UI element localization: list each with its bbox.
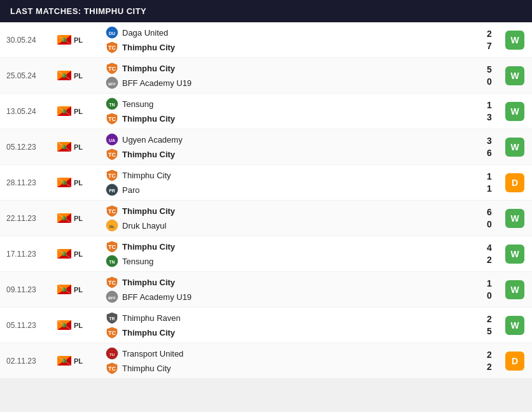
svg-text:🐉: 🐉	[62, 108, 67, 114]
match-date: 13.05.24	[6, 107, 57, 116]
away-team: TC Thimphu City	[106, 326, 476, 339]
table-row[interactable]: 02.11.23 🐉 PL TU Transport United TC Thi…	[0, 343, 532, 379]
result-col: W	[505, 245, 526, 264]
result-col: D	[505, 173, 526, 192]
table-row[interactable]: 13.05.24 🐉 PL TN Tensung TC Thimphu City	[0, 94, 532, 129]
teams-info: UA Ugyen Academy TC Thimphu City	[102, 133, 480, 160]
svg-text:TN: TN	[109, 103, 115, 107]
home-score: 4	[487, 243, 492, 253]
home-team-name: Transport United	[122, 349, 183, 359]
result-badge: D	[505, 173, 524, 192]
home-team: TR Thimphu Raven	[106, 311, 476, 324]
teams-info: TC Thimphu City DL Druk Lhayul	[102, 204, 480, 232]
scores: 6 0	[480, 207, 499, 229]
scores: 3 6	[480, 136, 499, 158]
svg-text:DU: DU	[109, 31, 115, 36]
table-row[interactable]: 28.11.23 🐉 PL TC Thimphu City PR Paro	[0, 165, 532, 201]
home-team-logo: TC	[106, 169, 118, 181]
svg-text:TU: TU	[109, 353, 115, 357]
away-team: TC Thimphu City	[106, 148, 476, 160]
home-team-logo: TC	[106, 240, 118, 253]
league-label: PL	[74, 108, 83, 115]
home-team: TC Thimphu City	[106, 204, 476, 217]
away-score: 2	[487, 362, 492, 372]
result-col: W	[505, 31, 526, 50]
table-row[interactable]: 30.05.24 🐉 PL DU Daga United TC Thimphu …	[0, 22, 532, 58]
away-team-name: Thimphu City	[122, 43, 175, 52]
home-team-name: Tensung	[122, 99, 153, 109]
home-team: TU Transport United	[106, 347, 476, 360]
teams-info: TC Thimphu City PR Paro	[102, 169, 480, 196]
teams-info: DU Daga United TC Thimphu City	[102, 26, 480, 53]
away-team: TN Tensung	[106, 255, 476, 267]
svg-text:TR: TR	[109, 316, 115, 321]
home-team-name: Daga United	[122, 28, 168, 38]
away-team-logo: TC	[106, 41, 118, 53]
svg-text:TC: TC	[108, 280, 116, 286]
table-row[interactable]: 25.05.24 🐉 PL TC Thimphu City BFF BFF Ac…	[0, 58, 532, 94]
away-team: PR Paro	[106, 183, 476, 196]
result-col: W	[505, 209, 526, 228]
svg-text:BFF: BFF	[108, 296, 116, 300]
home-team-name: Thimphu City	[122, 278, 175, 287]
svg-text:TC: TC	[108, 173, 116, 179]
table-row[interactable]: 09.11.23 🐉 PL TC Thimphu City BFF BFF Ac…	[0, 272, 532, 308]
match-date: 02.11.23	[6, 357, 57, 366]
home-team: UA Ugyen Academy	[106, 133, 476, 146]
match-date: 05.12.23	[6, 143, 57, 152]
result-badge: W	[505, 280, 524, 299]
result-badge: W	[505, 66, 524, 85]
match-date: 30.05.24	[6, 36, 57, 45]
away-team-logo: TC	[106, 362, 118, 374]
away-team: DL Druk Lhayul	[106, 219, 476, 232]
away-team: TC Thimphu City	[106, 112, 476, 125]
svg-text:TC: TC	[108, 208, 116, 215]
svg-text:TC: TC	[108, 330, 116, 336]
home-team: TC Thimphu City	[106, 169, 476, 181]
table-row[interactable]: 05.12.23 🐉 PL UA Ugyen Academy TC Thimph…	[0, 129, 532, 165]
result-badge: W	[505, 316, 524, 335]
away-team-logo: PR	[106, 183, 118, 196]
home-team-logo: TR	[106, 311, 118, 324]
home-team-name: Ugyen Academy	[122, 135, 183, 145]
teams-info: TU Transport United TC Thimphu City	[102, 347, 480, 374]
home-score: 1	[487, 278, 492, 288]
result-col: D	[505, 352, 526, 371]
home-score: 6	[487, 207, 492, 217]
home-team: TN Tensung	[106, 97, 476, 110]
away-score: 0	[487, 290, 492, 301]
result-badge: W	[505, 138, 524, 157]
league-label: PL	[74, 72, 83, 80]
league-info: 🐉 PL	[57, 106, 102, 116]
home-score: 1	[487, 171, 492, 181]
svg-text:TC: TC	[108, 66, 116, 72]
away-score: 0	[487, 219, 492, 229]
scores: 2 2	[480, 350, 499, 372]
league-label: PL	[74, 179, 83, 187]
home-team-name: Thimphu Raven	[122, 313, 181, 323]
away-team-logo: DL	[106, 219, 118, 232]
league-info: 🐉 PL	[57, 71, 102, 80]
scores: 1 1	[480, 171, 499, 194]
section-header: LAST MATCHES: THIMPHU CITY	[0, 0, 532, 22]
away-team: BFF BFF Academy U19	[106, 290, 476, 303]
home-team-logo: TC	[106, 204, 118, 217]
table-row[interactable]: 22.11.23 🐉 PL TC Thimphu City DL Druk Lh…	[0, 201, 532, 236]
matches-list: 30.05.24 🐉 PL DU Daga United TC Thimphu …	[0, 22, 532, 379]
svg-text:UA: UA	[109, 138, 115, 143]
home-team-logo: TN	[106, 97, 118, 110]
svg-text:TN: TN	[109, 260, 115, 264]
home-team-logo: UA	[106, 133, 118, 146]
league-label: PL	[74, 143, 83, 151]
home-score: 5	[487, 64, 492, 75]
league-label: PL	[74, 250, 83, 258]
teams-info: TC Thimphu City BFF BFF Academy U19	[102, 276, 480, 303]
away-team-logo: TC	[106, 112, 118, 125]
table-row[interactable]: 05.11.23 🐉 PL TR Thimphu Raven TC Thimph…	[0, 308, 532, 343]
away-team: TC Thimphu City	[106, 362, 476, 374]
league-info: 🐉 PL	[57, 249, 102, 259]
away-team-logo: TN	[106, 255, 118, 267]
svg-text:DL: DL	[109, 225, 115, 229]
main-container: LAST MATCHES: THIMPHU CITY 30.05.24 🐉 PL…	[0, 0, 532, 379]
table-row[interactable]: 17.11.23 🐉 PL TC Thimphu City TN Tensung	[0, 236, 532, 272]
